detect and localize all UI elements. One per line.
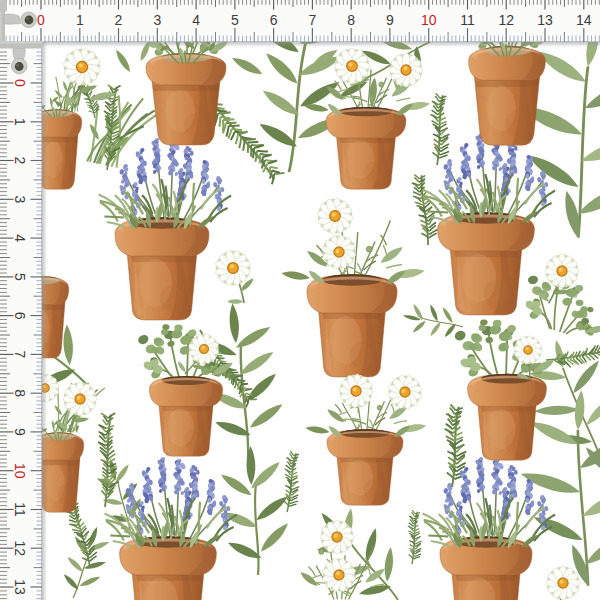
svg-text:3: 3 — [153, 12, 161, 28]
svg-text:13: 13 — [12, 579, 28, 595]
svg-text:9: 9 — [12, 428, 28, 436]
svg-text:6: 6 — [12, 312, 28, 320]
svg-text:0: 0 — [12, 79, 28, 87]
svg-text:0: 0 — [37, 12, 45, 28]
svg-text:11: 11 — [12, 502, 28, 517]
svg-text:1: 1 — [12, 118, 28, 126]
svg-text:13: 13 — [537, 12, 553, 28]
svg-text:1: 1 — [76, 12, 84, 28]
svg-text:6: 6 — [270, 12, 278, 28]
svg-text:7: 7 — [309, 12, 317, 28]
svg-text:4: 4 — [12, 234, 28, 242]
svg-text:5: 5 — [231, 12, 239, 28]
svg-text:12: 12 — [12, 540, 28, 556]
svg-text:5: 5 — [12, 273, 28, 281]
svg-text:10: 10 — [421, 12, 437, 28]
svg-text:14: 14 — [576, 12, 592, 28]
svg-text:9: 9 — [386, 12, 394, 28]
svg-text:10: 10 — [12, 463, 28, 479]
svg-text:2: 2 — [12, 157, 28, 165]
svg-text:7: 7 — [12, 351, 28, 359]
svg-text:11: 11 — [460, 12, 475, 28]
svg-text:12: 12 — [498, 12, 514, 28]
svg-text:8: 8 — [12, 389, 28, 397]
svg-text:4: 4 — [192, 12, 200, 28]
svg-text:3: 3 — [12, 195, 28, 203]
svg-text:8: 8 — [347, 12, 355, 28]
svg-text:2: 2 — [115, 12, 123, 28]
